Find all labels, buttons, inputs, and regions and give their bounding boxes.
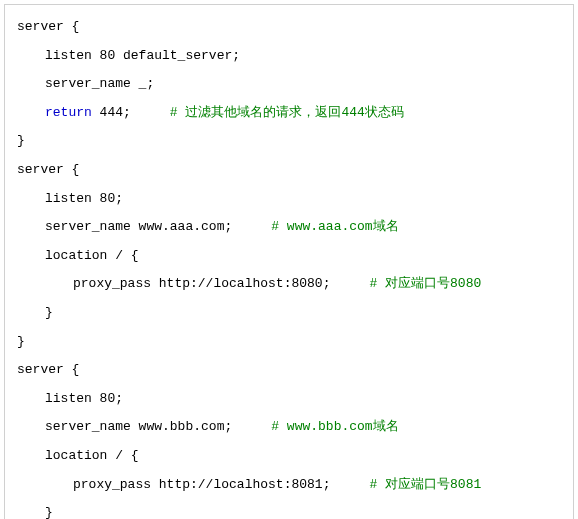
comment: # 对应端口号8080: [369, 276, 481, 291]
code-line: }: [17, 328, 561, 357]
comment: # www.aaa.com域名: [271, 219, 398, 234]
keyword: return: [45, 105, 92, 120]
comment: # 过滤其他域名的请求，返回444状态码: [170, 105, 404, 120]
code-line: server_name www.aaa.com; # www.aaa.com域名: [17, 213, 561, 242]
code-line: listen 80;: [17, 185, 561, 214]
code-line: }: [17, 127, 561, 156]
code-line: server {: [17, 156, 561, 185]
code-block: server { listen 80 default_server; serve…: [4, 4, 574, 519]
code-line: location / {: [17, 242, 561, 271]
code-line: }: [17, 299, 561, 328]
code-line: location / {: [17, 442, 561, 471]
code-line: return 444; # 过滤其他域名的请求，返回444状态码: [17, 99, 561, 128]
code-line: proxy_pass http://localhost:8081; # 对应端口…: [17, 471, 561, 500]
code-line: listen 80;: [17, 385, 561, 414]
code-line: }: [17, 499, 561, 519]
code-line: server_name www.bbb.com; # www.bbb.com域名: [17, 413, 561, 442]
code-line: server_name _;: [17, 70, 561, 99]
code-line: proxy_pass http://localhost:8080; # 对应端口…: [17, 270, 561, 299]
code-line: server {: [17, 356, 561, 385]
code-line: server {: [17, 13, 561, 42]
comment: # 对应端口号8081: [369, 477, 481, 492]
code-line: listen 80 default_server;: [17, 42, 561, 71]
comment: # www.bbb.com域名: [271, 419, 398, 434]
